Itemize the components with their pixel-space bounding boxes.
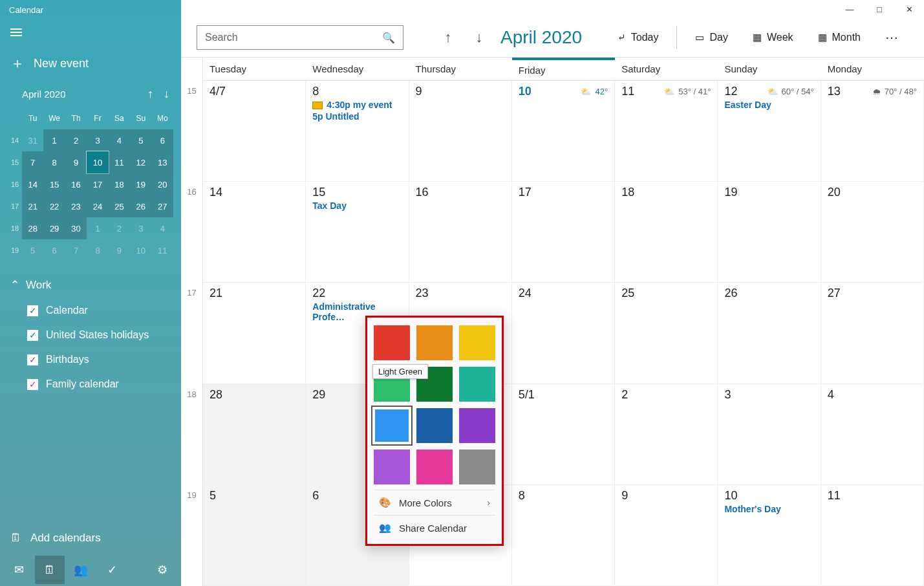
- event[interactable]: Easter Day: [724, 100, 813, 110]
- mini-day[interactable]: 26: [130, 195, 151, 217]
- add-calendars-button[interactable]: 🗓 Add calendars: [0, 523, 181, 554]
- day-cell[interactable]: 12⛅60° / 54°Easter Day: [718, 81, 821, 182]
- mini-day[interactable]: 9: [65, 151, 87, 173]
- mini-day[interactable]: 1: [87, 217, 108, 239]
- mini-day[interactable]: 19: [130, 173, 151, 195]
- day-cell[interactable]: 13🌧70° / 48°: [821, 81, 924, 182]
- mini-day[interactable]: 11: [109, 151, 130, 173]
- mini-day[interactable]: 6: [152, 129, 173, 151]
- minimize-button[interactable]: —: [835, 0, 865, 18]
- day-cell[interactable]: 18: [615, 182, 718, 283]
- mini-next-month[interactable]: ↓: [164, 87, 169, 101]
- mini-day[interactable]: 17: [87, 173, 108, 195]
- day-cell[interactable]: 15Tax Day: [306, 182, 409, 283]
- event[interactable]: 5p Untitled: [312, 111, 402, 122]
- day-cell[interactable]: 21: [203, 283, 306, 384]
- day-cell[interactable]: 8: [512, 485, 615, 586]
- mini-day[interactable]: 20: [152, 173, 173, 195]
- mini-day[interactable]: 6: [43, 239, 65, 261]
- day-cell[interactable]: 11⛅53° / 41°: [615, 81, 718, 182]
- day-cell[interactable]: 10⛅42°: [512, 81, 615, 182]
- week-view-button[interactable]: ▦Week: [744, 25, 802, 50]
- mini-day[interactable]: 12: [130, 151, 151, 173]
- mini-day[interactable]: 3: [87, 129, 108, 151]
- day-cell[interactable]: 2: [615, 384, 718, 485]
- day-cell[interactable]: 19: [718, 182, 821, 283]
- mini-day[interactable]: 27: [152, 195, 173, 217]
- day-cell[interactable]: 4/7: [203, 81, 306, 182]
- mini-day[interactable]: 9: [109, 239, 130, 261]
- color-swatch[interactable]: [459, 325, 495, 360]
- mini-day[interactable]: 10: [130, 239, 151, 261]
- color-swatch[interactable]: [459, 450, 495, 484]
- mini-day[interactable]: 3: [130, 217, 151, 239]
- mini-day[interactable]: 31: [22, 129, 43, 151]
- share-calendar-button[interactable]: 👥 Share Calendar: [374, 515, 495, 540]
- settings-button[interactable]: ⚙: [147, 556, 177, 584]
- day-cell[interactable]: 14: [203, 182, 306, 283]
- today-button[interactable]: ⤶Today: [608, 25, 668, 50]
- month-view-button[interactable]: ▦Month: [809, 25, 870, 50]
- new-event-button[interactable]: ＋ New event: [0, 46, 181, 81]
- prev-period-button[interactable]: ↑: [436, 25, 460, 50]
- day-cell[interactable]: 17: [512, 182, 615, 283]
- mini-day[interactable]: 4: [152, 217, 173, 239]
- color-swatch[interactable]: [416, 325, 453, 360]
- mini-prev-month[interactable]: ↑: [147, 87, 153, 101]
- mini-day[interactable]: 30: [65, 217, 87, 239]
- day-cell[interactable]: 11: [821, 485, 924, 586]
- current-month-label[interactable]: April 2020: [500, 27, 582, 48]
- mini-day[interactable]: 13: [152, 151, 173, 173]
- mini-day[interactable]: 7: [65, 239, 87, 261]
- mini-day[interactable]: 25: [109, 195, 130, 217]
- mini-day[interactable]: 14: [22, 173, 43, 195]
- mini-day[interactable]: 23: [65, 195, 87, 217]
- calendar-button[interactable]: 🗓: [35, 556, 65, 584]
- more-colors-button[interactable]: 🎨 More Colors ›: [374, 490, 495, 515]
- day-cell[interactable]: 10Mother's Day: [718, 485, 821, 586]
- mini-day[interactable]: 5: [130, 129, 151, 151]
- calendar-checkbox-item[interactable]: ✓Birthdays: [10, 347, 171, 372]
- day-cell[interactable]: 24: [512, 283, 615, 384]
- close-button[interactable]: ✕: [894, 0, 924, 18]
- mini-day[interactable]: 29: [43, 217, 65, 239]
- more-options-button[interactable]: ⋯: [876, 25, 908, 50]
- day-cell[interactable]: 25: [615, 283, 718, 384]
- mini-day[interactable]: 24: [87, 195, 108, 217]
- account-header-work[interactable]: ⌃ Work: [10, 272, 171, 298]
- mini-day[interactable]: 28: [22, 217, 43, 239]
- mini-day[interactable]: 11: [152, 239, 173, 261]
- mini-day[interactable]: 7: [22, 151, 43, 173]
- calendar-checkbox-item[interactable]: ✓United States holidays: [10, 323, 171, 347]
- mini-day[interactable]: 18: [109, 173, 130, 195]
- mini-day[interactable]: 8: [87, 239, 108, 261]
- day-cell[interactable]: 28: [203, 384, 306, 485]
- day-cell[interactable]: 5/1: [512, 384, 615, 485]
- day-cell[interactable]: 5: [203, 485, 306, 586]
- mini-day[interactable]: 2: [109, 217, 130, 239]
- search-input[interactable]: Search 🔍: [197, 25, 403, 50]
- mini-day[interactable]: 4: [109, 129, 130, 151]
- day-view-button[interactable]: ▭Day: [686, 25, 736, 50]
- mini-day[interactable]: 2: [65, 129, 87, 151]
- mail-button[interactable]: ✉: [4, 556, 34, 584]
- day-cell[interactable]: 9: [409, 81, 512, 182]
- color-swatch[interactable]: [459, 367, 495, 402]
- day-cell[interactable]: 84:30p my event5p Untitled: [306, 81, 409, 182]
- people-button[interactable]: 👥: [66, 556, 96, 584]
- mini-day[interactable]: 16: [65, 173, 87, 195]
- maximize-button[interactable]: □: [865, 0, 894, 18]
- color-swatch[interactable]: [374, 408, 410, 443]
- day-cell[interactable]: 20: [821, 182, 924, 283]
- mini-day[interactable]: 22: [43, 195, 65, 217]
- mini-day[interactable]: 15: [43, 173, 65, 195]
- day-cell[interactable]: 16: [409, 182, 512, 283]
- day-cell[interactable]: 4: [821, 384, 924, 485]
- calendar-checkbox-item[interactable]: ✓Family calendar: [10, 372, 171, 396]
- day-cell[interactable]: 3: [718, 384, 821, 485]
- day-cell[interactable]: 27: [821, 283, 924, 384]
- todo-button[interactable]: ✓: [97, 556, 127, 584]
- mini-day[interactable]: 8: [43, 151, 65, 173]
- mini-day[interactable]: 5: [22, 239, 43, 261]
- next-period-button[interactable]: ↓: [467, 25, 491, 50]
